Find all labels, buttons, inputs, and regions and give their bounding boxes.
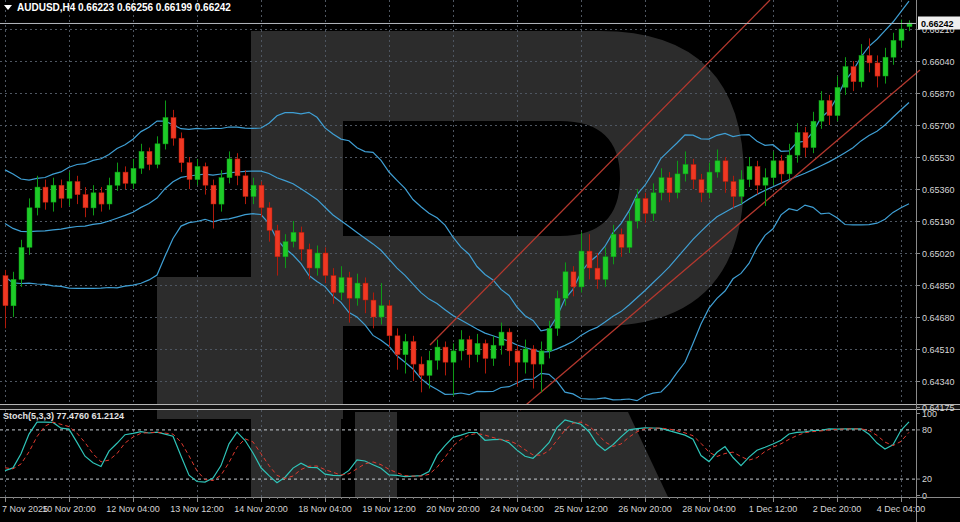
- chart-canvas[interactable]: 0.662100.660400.658700.657000.655300.653…: [0, 0, 960, 522]
- time-axis-label: 1 Dec 12:00: [749, 504, 798, 514]
- time-axis-label: 19 Nov 12:00: [362, 504, 416, 514]
- symbol-period-label: AUDUSD,H4: [17, 2, 76, 13]
- ohlc-quote-label: 0.66223 0.66256 0.66199 0.66242: [78, 2, 231, 13]
- price-axis-label: 0.65190: [922, 217, 955, 227]
- price-axis-label: 0.65700: [922, 121, 955, 131]
- price-axis-label: 0.64340: [922, 377, 955, 387]
- time-axis-label: 14 Nov 20:00: [234, 504, 288, 514]
- current-price-marker: 0.66242: [918, 17, 960, 30]
- time-axis-label: 4 Dec 04:00: [877, 504, 926, 514]
- price-axis-label: 0.64510: [922, 345, 955, 355]
- price-axis-label: 0.65870: [922, 89, 955, 99]
- current-price-value: 0.66242: [921, 19, 954, 29]
- price-axis-label: 0.65020: [922, 249, 955, 259]
- pane-splitter[interactable]: [0, 404, 960, 410]
- time-axis-label: 2 Dec 20:00: [813, 504, 862, 514]
- time-axis-label: 24 Nov 04:00: [490, 504, 544, 514]
- time-axis-label: 20 Nov 20:00: [426, 504, 480, 514]
- price-axis-label: 0.64850: [922, 281, 955, 291]
- price-axis-label: 0.64680: [922, 313, 955, 323]
- stoch-scale-label: 100: [922, 409, 937, 419]
- price-axis-label: 0.65360: [922, 185, 955, 195]
- trading-chart-window: 0.662100.660400.658700.657000.655300.653…: [0, 0, 960, 522]
- stoch-scale-label: 20: [922, 474, 932, 484]
- stoch-scale-label: 80: [922, 425, 932, 435]
- price-axis-label: 0.65530: [922, 153, 955, 163]
- time-axis-label: 25 Nov 12:00: [554, 504, 608, 514]
- stoch-scale-label: 0: [922, 491, 927, 501]
- time-axis-label: 10 Nov 20:00: [42, 504, 96, 514]
- price-axis-label: 0.66040: [922, 57, 955, 67]
- time-axis-label: 18 Nov 04:00: [298, 504, 352, 514]
- time-axis-label: 7 Nov 2025: [2, 504, 48, 514]
- chart-plot-area[interactable]: [0, 0, 916, 404]
- chart-title: AUDUSD,H4 0.66223 0.66256 0.66199 0.6624…: [4, 2, 231, 13]
- time-axis-label: 12 Nov 04:00: [106, 504, 160, 514]
- time-axis-label: 26 Nov 20:00: [618, 504, 672, 514]
- stochastic-indicator-label: Stoch(5,3,3) 77.4760 61.2124: [3, 411, 124, 421]
- time-axis-label: 13 Nov 12:00: [170, 504, 224, 514]
- time-axis-label: 28 Nov 04:00: [682, 504, 736, 514]
